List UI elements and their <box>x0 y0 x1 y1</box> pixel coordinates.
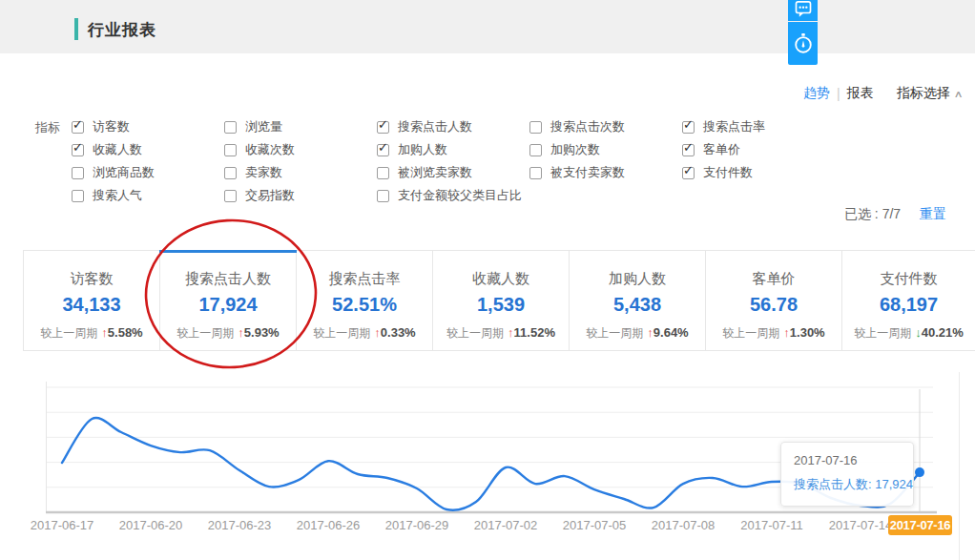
card-value: 68,197 <box>842 294 975 316</box>
selected-count: 已选 : 7/7 <box>844 206 901 221</box>
trend-chart[interactable]: 2017-06-172017-06-202017-06-232017-06-26… <box>0 372 975 560</box>
checkbox-checked-icon[interactable]: ✓ <box>72 121 84 134</box>
reset-link[interactable]: 重置 <box>920 206 946 221</box>
page-title: 行业报表 <box>88 19 156 41</box>
checkbox-unchecked-icon[interactable] <box>529 121 542 134</box>
indicator-label: 收藏人数 <box>93 141 142 158</box>
view-tab-trend[interactable]: 趋势 <box>803 85 830 102</box>
highlighted-date-label: 2017-07-16 <box>888 515 952 535</box>
indicator-label: 交易指数 <box>245 187 295 204</box>
checkbox-unchecked-icon[interactable] <box>72 167 84 179</box>
checkbox-checked-icon[interactable]: ✓ <box>72 144 84 156</box>
metric-card[interactable]: 收藏人数1,539较上一周期↑11.52% <box>433 251 570 350</box>
checkbox-unchecked-icon[interactable] <box>72 190 84 202</box>
checkmark-icon: ✓ <box>683 141 694 155</box>
x-axis-label: 2017-07-14 <box>829 518 893 532</box>
card-change: 较上一周期↑5.58% <box>24 325 159 342</box>
chevron-up-icon: ∧ <box>953 89 963 99</box>
chart-dot[interactable] <box>915 467 924 477</box>
view-tab-report[interactable]: 报表 <box>847 85 874 102</box>
card-value: 17,924 <box>160 294 296 316</box>
checkmark-icon: ✓ <box>73 118 83 132</box>
indicator-label: 支付金额较父类目占比 <box>398 187 522 204</box>
x-axis-label: 2017-07-05 <box>563 518 627 532</box>
indicator-checkbox-item[interactable]: 浏览商品数 <box>72 161 155 184</box>
indicator-checkbox-item[interactable]: ✓搜索点击人数 <box>377 115 522 138</box>
checkbox-unchecked-icon[interactable] <box>224 144 237 156</box>
indicator-label: 访客数 <box>93 118 130 135</box>
checkbox-checked-icon[interactable]: ✓ <box>377 121 389 134</box>
metric-card[interactable]: 访客数34,133较上一周期↑5.58% <box>24 251 160 350</box>
card-change: 较上一周期↑0.33% <box>297 325 432 342</box>
checkbox-unchecked-icon[interactable] <box>529 167 542 179</box>
indicator-checkbox-item[interactable]: 加购次数 <box>529 138 625 161</box>
metric-card[interactable]: 搜索点击人数17,924较上一周期↑5.93% <box>160 251 297 350</box>
checkbox-unchecked-icon[interactable] <box>224 121 237 134</box>
card-change: 较上一周期↑11.52% <box>433 325 569 342</box>
indicator-checkbox-item[interactable]: 交易指数 <box>224 184 295 207</box>
view-divider: | <box>837 86 840 101</box>
checkbox-unchecked-icon[interactable] <box>224 190 237 202</box>
indicator-checkbox-item[interactable]: ✓搜索点击率 <box>682 115 765 138</box>
indicator-checkbox-item[interactable]: 搜索人气 <box>72 184 155 207</box>
feedback-button[interactable] <box>788 0 818 21</box>
card-change-value: 11.52% <box>514 325 555 340</box>
indicator-column: ✓搜索点击率✓客单价✓支付件数 <box>682 115 765 184</box>
indicator-checkbox-item[interactable]: ✓支付件数 <box>682 161 765 184</box>
checkbox-checked-icon[interactable]: ✓ <box>377 144 389 156</box>
indicator-label: 浏览量 <box>245 118 282 135</box>
x-axis-label: 2017-07-08 <box>652 518 716 532</box>
metric-card[interactable]: 客单价56.78较上一周期↑1.30% <box>706 251 842 350</box>
metric-card[interactable]: 加购人数5,438较上一周期↑9.64% <box>570 251 706 350</box>
indicator-label: 被支付卖家数 <box>550 164 625 181</box>
view-switch: 趋势 | 报表 指标选择 ∧ <box>803 85 962 102</box>
indicator-checkbox-item[interactable]: 支付金额较父类目占比 <box>377 184 522 207</box>
checkbox-checked-icon[interactable]: ✓ <box>682 121 695 134</box>
card-value: 34,133 <box>24 294 159 316</box>
indicator-select-toggle[interactable]: 指标选择 ∧ <box>897 85 962 102</box>
indicator-checkbox-item[interactable]: 搜索点击次数 <box>529 115 625 138</box>
metric-cards-row: 访客数34,133较上一周期↑5.58%搜索点击人数17,924较上一周期↑5.… <box>23 250 975 351</box>
card-change-value: 5.58% <box>108 325 143 340</box>
indicator-checkbox-item[interactable]: ✓客单价 <box>682 138 765 161</box>
card-title: 访客数 <box>24 270 159 288</box>
chat-icon <box>794 1 813 20</box>
checkbox-unchecked-icon[interactable] <box>224 167 237 179</box>
card-change-value: 0.33% <box>381 325 416 340</box>
x-axis-label: 2017-06-23 <box>208 518 272 532</box>
timer-button[interactable] <box>788 22 818 65</box>
card-value: 5,438 <box>570 294 705 316</box>
indicator-label: 搜索点击人数 <box>398 118 472 135</box>
indicator-column: 搜索点击次数加购次数被支付卖家数 <box>529 115 625 184</box>
card-title: 收藏人数 <box>433 270 569 288</box>
checkbox-unchecked-icon[interactable] <box>377 167 389 179</box>
checkbox-checked-icon[interactable]: ✓ <box>682 167 695 179</box>
indicator-checkbox-item[interactable]: 卖家数 <box>224 161 295 184</box>
checkbox-checked-icon[interactable]: ✓ <box>682 144 695 156</box>
card-title: 搜索点击率 <box>297 270 432 288</box>
indicator-checkbox-item[interactable]: ✓访客数 <box>72 115 155 138</box>
indicator-checkbox-item[interactable]: 被浏览卖家数 <box>377 161 522 184</box>
metric-card[interactable]: 搜索点击率52.51%较上一周期↑0.33% <box>297 251 433 350</box>
indicator-column: 浏览量收藏次数卖家数交易指数 <box>224 115 295 207</box>
indicator-checkbox-item[interactable]: 浏览量 <box>224 115 295 138</box>
indicator-panel-label: 指标 <box>35 119 60 136</box>
card-change-value: 1.30% <box>790 325 825 340</box>
checkmark-icon: ✓ <box>73 141 83 155</box>
indicator-checkbox-item[interactable]: ✓加购人数 <box>377 138 522 161</box>
card-title: 搜索点击人数 <box>160 270 296 288</box>
indicator-checkbox-item[interactable]: ✓收藏人数 <box>72 138 155 161</box>
indicator-label: 收藏次数 <box>245 141 295 158</box>
indicator-label: 搜索点击次数 <box>550 118 625 135</box>
indicator-checkbox-item[interactable]: 被支付卖家数 <box>529 161 625 184</box>
checkbox-unchecked-icon[interactable] <box>377 190 389 202</box>
x-axis-label: 2017-06-20 <box>119 518 183 532</box>
indicator-label: 浏览商品数 <box>93 164 155 181</box>
card-change: 较上一周期↑5.93% <box>160 325 296 342</box>
indicator-label: 卖家数 <box>245 164 282 181</box>
metric-card[interactable]: 支付件数68,197较上一周期↓40.21% <box>842 251 975 350</box>
checkbox-unchecked-icon[interactable] <box>529 144 542 156</box>
card-change-prefix: 较上一周期 <box>176 326 234 340</box>
indicator-label: 加购人数 <box>398 141 447 158</box>
indicator-checkbox-item[interactable]: 收藏次数 <box>224 138 295 161</box>
